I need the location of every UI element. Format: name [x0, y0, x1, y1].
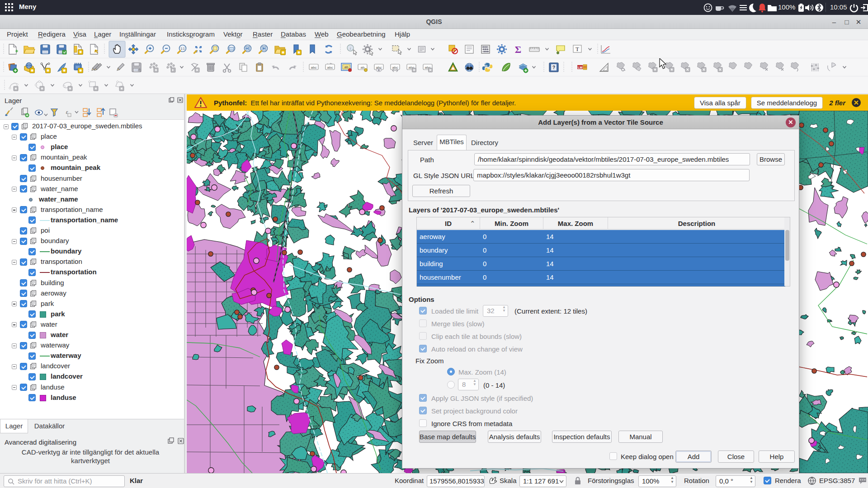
svg-text:abc: abc	[327, 66, 333, 70]
svg-text:ab: ab	[361, 66, 365, 70]
svg-text:abc: abc	[311, 66, 317, 70]
svg-text:Σ: Σ	[515, 44, 521, 55]
svg-text:?: ?	[552, 65, 555, 70]
svg-text:ab: ab	[344, 65, 349, 69]
svg-text:abc: abc	[392, 66, 398, 70]
svg-text:T: T	[576, 46, 579, 52]
svg-text:LM: LM	[578, 66, 582, 69]
svg-text:1:1: 1:1	[180, 47, 184, 50]
